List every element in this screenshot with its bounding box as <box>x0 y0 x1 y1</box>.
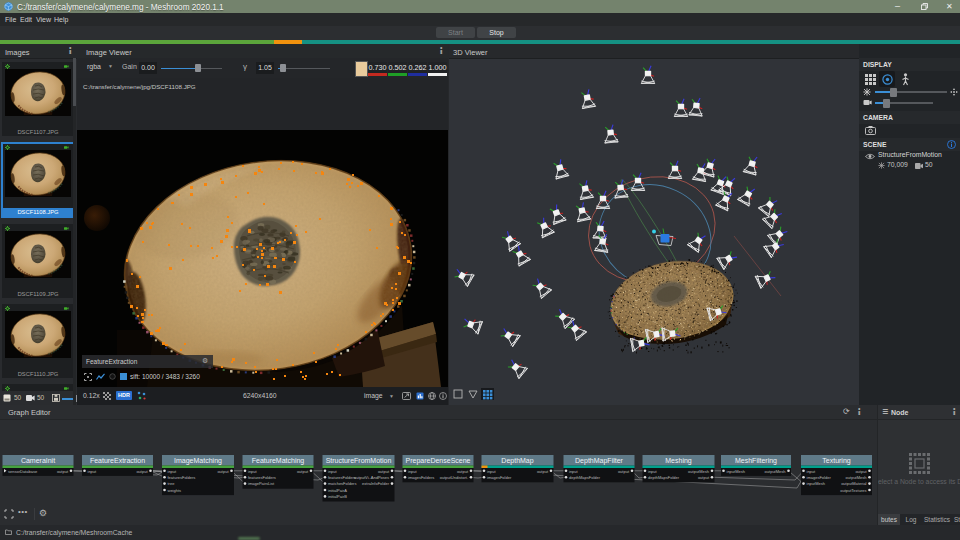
svg-text:PrepareDenseScene: PrepareDenseScene <box>406 457 471 465</box>
svg-text:input: input <box>408 469 418 474</box>
svg-text:input: input <box>248 469 258 474</box>
svg-text:inputMesh: inputMesh <box>807 481 825 486</box>
svg-text:depthMapsFolder: depthMapsFolder <box>648 475 680 480</box>
svg-text:outputMesh: outputMesh <box>765 469 786 474</box>
svg-text:output: output <box>537 469 549 474</box>
svg-text:outputMesh: outputMesh <box>846 475 867 480</box>
svg-text:sensorDatabase: sensorDatabase <box>8 469 38 474</box>
svg-text:outputTextures: outputTextures <box>840 488 866 493</box>
svg-text:input: input <box>487 469 497 474</box>
svg-text:Meshing: Meshing <box>665 457 692 465</box>
svg-text:MeshFiltering: MeshFiltering <box>735 457 777 465</box>
svg-text:DepthMap: DepthMap <box>501 457 533 465</box>
svg-text:ImageMatching: ImageMatching <box>174 457 222 465</box>
svg-text:output: output <box>618 469 630 474</box>
svg-text:output: output <box>378 469 390 474</box>
svg-text:output: output <box>698 475 710 480</box>
svg-text:imagesFolder: imagesFolder <box>807 475 832 480</box>
svg-text:output: output <box>297 469 309 474</box>
svg-text:input: input <box>168 469 178 474</box>
svg-text:output: output <box>855 469 867 474</box>
svg-text:StructureFromMotion: StructureFromMotion <box>326 457 392 464</box>
svg-text:output: output <box>217 469 229 474</box>
svg-text:imagesFolder: imagesFolder <box>487 475 512 480</box>
svg-text:featuresFolders: featuresFolders <box>248 475 276 480</box>
svg-text:outputMesh: outputMesh <box>688 469 709 474</box>
svg-text:CameraInit: CameraInit <box>21 457 55 464</box>
svg-text:matchesFolders: matchesFolders <box>328 481 356 486</box>
svg-text:initialPairA: initialPairA <box>328 488 347 493</box>
svg-text:Texturing: Texturing <box>822 457 851 465</box>
svg-text:DepthMapFilter: DepthMapFilter <box>575 457 624 465</box>
svg-text:extraInfoFolder: extraInfoFolder <box>362 481 390 486</box>
svg-text:inputMesh: inputMesh <box>727 469 745 474</box>
svg-text:weights: weights <box>168 488 182 493</box>
svg-text:featuresFolders: featuresFolders <box>168 475 196 480</box>
svg-text:input: input <box>807 469 817 474</box>
svg-text:FeatureExtraction: FeatureExtraction <box>90 457 145 464</box>
svg-text:initialPairB: initialPairB <box>328 494 347 499</box>
svg-text:FeatureMatching: FeatureMatching <box>252 457 305 465</box>
svg-text:imagePairsList: imagePairsList <box>248 481 275 486</box>
svg-text:tree: tree <box>168 481 176 486</box>
svg-text:output: output <box>136 469 148 474</box>
svg-text:imagesFolders: imagesFolders <box>408 475 434 480</box>
svg-text:input: input <box>648 469 658 474</box>
svg-text:input: input <box>569 469 579 474</box>
svg-text:featuresFolders: featuresFolders <box>328 475 356 480</box>
svg-text:outputMaterial: outputMaterial <box>841 481 866 486</box>
svg-text:outputUndistort.: outputUndistort. <box>440 475 468 480</box>
svg-text:input: input <box>88 469 98 474</box>
svg-text:depthMapsFolder: depthMapsFolder <box>569 475 601 480</box>
svg-text:output: output <box>457 469 469 474</box>
svg-text:output: output <box>57 469 69 474</box>
svg-text:input: input <box>328 469 338 474</box>
svg-text:outputVi..AndPoses: outputVi..AndPoses <box>354 475 389 480</box>
